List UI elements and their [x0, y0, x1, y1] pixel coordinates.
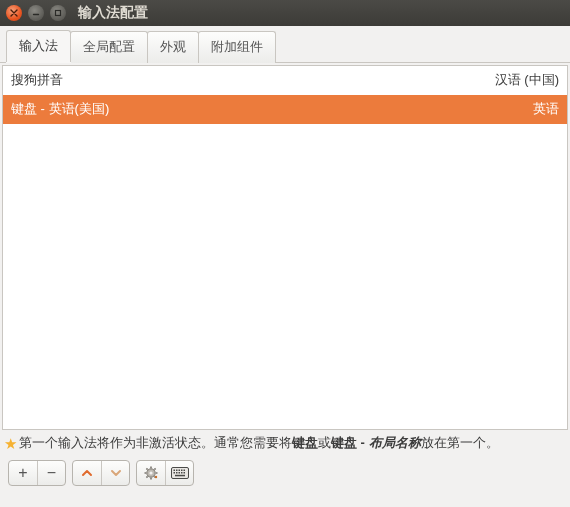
hint-bar: ★ 第一个输入法将作为非激活状态。通常您需要将键盘或键盘 - 布局名称放在第一个…	[0, 430, 570, 456]
add-button[interactable]: +	[9, 461, 37, 485]
svg-rect-16	[181, 470, 183, 472]
star-icon: ★	[4, 436, 17, 451]
svg-line-9	[154, 468, 155, 469]
chevron-up-icon	[80, 466, 94, 480]
tabbar: 输入法 全局配置 外观 附加组件	[0, 26, 570, 63]
minus-icon: −	[47, 464, 56, 482]
window-close-button[interactable]	[6, 5, 22, 21]
list-item-lang: 英语	[533, 100, 559, 118]
window-title: 输入法配置	[78, 4, 148, 22]
tab-label: 外观	[160, 39, 186, 54]
svg-rect-0	[56, 11, 61, 16]
svg-rect-21	[181, 472, 183, 474]
toolbar: + −	[0, 456, 570, 492]
svg-point-11	[155, 476, 157, 478]
window-minimize-button[interactable]	[28, 5, 44, 21]
plus-icon: +	[18, 464, 27, 482]
list-item-name: 键盘 - 英语(美国)	[11, 100, 109, 118]
tab-global-config[interactable]: 全局配置	[70, 31, 148, 63]
svg-line-7	[146, 468, 147, 469]
titlebar: 输入法配置	[0, 0, 570, 26]
settings-button[interactable]	[137, 461, 165, 485]
remove-button[interactable]: −	[37, 461, 65, 485]
svg-rect-17	[183, 470, 185, 472]
svg-rect-15	[178, 470, 180, 472]
move-up-button[interactable]	[73, 461, 101, 485]
window-maximize-button[interactable]	[50, 5, 66, 21]
svg-rect-23	[175, 475, 185, 477]
tab-addons[interactable]: 附加组件	[198, 31, 276, 63]
svg-line-10	[146, 476, 147, 477]
gear-icon	[143, 465, 159, 481]
list-item[interactable]: 搜狗拼音 汉语 (中国)	[3, 66, 567, 95]
keyboard-button[interactable]	[165, 461, 193, 485]
tab-label: 输入法	[19, 38, 58, 53]
svg-rect-13	[173, 470, 175, 472]
svg-rect-20	[178, 472, 180, 474]
list-item-lang: 汉语 (中国)	[495, 71, 559, 89]
svg-rect-19	[176, 472, 178, 474]
list-item-name: 搜狗拼音	[11, 71, 63, 89]
tab-appearance[interactable]: 外观	[147, 31, 199, 63]
svg-point-2	[149, 471, 152, 474]
svg-rect-14	[176, 470, 178, 472]
tab-label: 附加组件	[211, 39, 263, 54]
move-down-button[interactable]	[101, 461, 129, 485]
list-item[interactable]: 键盘 - 英语(美国) 英语	[3, 95, 567, 124]
hint-text: 第一个输入法将作为非激活状态。通常您需要将键盘或键盘 - 布局名称放在第一个。	[19, 434, 499, 452]
input-method-list[interactable]: 搜狗拼音 汉语 (中国) 键盘 - 英语(美国) 英语	[2, 65, 568, 430]
svg-rect-22	[183, 472, 185, 474]
svg-rect-18	[173, 472, 175, 474]
tab-label: 全局配置	[83, 39, 135, 54]
tab-input-method[interactable]: 输入法	[6, 30, 71, 62]
chevron-down-icon	[109, 466, 123, 480]
keyboard-icon	[171, 467, 189, 479]
